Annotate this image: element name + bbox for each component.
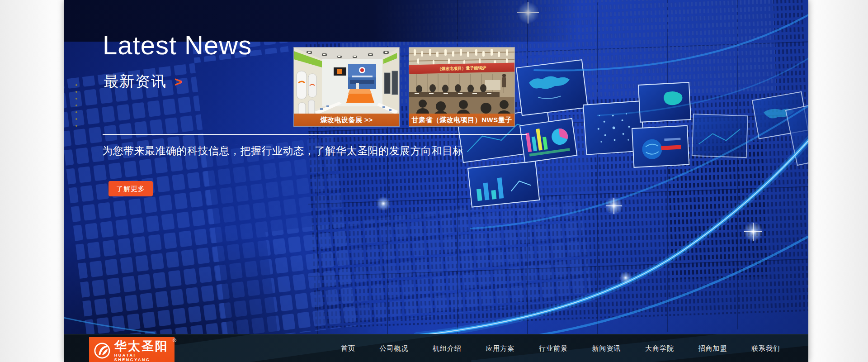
footer-nav-bar: 华太圣阳 ® HUATAI SHENGYANG 首页 公司概况 机组介绍 应用方…: [64, 334, 808, 362]
news-card-conference[interactable]: （煤改电项目）量子能锅炉 甘肃省（煤改电项目）NWS量子: [409, 47, 515, 127]
nav-item-contact-us[interactable]: 联系我们: [751, 344, 780, 353]
news-card-exhibition[interactable]: 煤改电设备展 >>: [293, 47, 400, 127]
nav-item-company-profile[interactable]: 公司概况: [380, 344, 409, 353]
hero-description: 为您带来最准确的科技信息，把握行业动态，了解华太圣阳的发展方向和目标: [102, 144, 554, 158]
logo-swirl-icon: [94, 342, 111, 360]
nav-item-home[interactable]: 首页: [341, 344, 355, 353]
main-navigation: 首页 公司概况 机组介绍 应用方案 行业前景 新闻资讯 大商学院 招商加盟 联系…: [341, 334, 780, 362]
news-card-caption[interactable]: 煤改电设备展 >>: [294, 114, 399, 126]
nav-item-industry-outlook[interactable]: 行业前景: [539, 344, 568, 353]
hero-title-zh: 最新资讯: [104, 73, 167, 90]
page-content: Latest News 最新资讯 > 为您带来最准确的科技信息，把握行业动态，了…: [64, 0, 808, 362]
learn-more-button[interactable]: 了解更多: [108, 181, 153, 196]
news-card-caption[interactable]: 甘肃省（煤改电项目）NWS量子: [409, 114, 514, 126]
nav-item-application-solutions[interactable]: 应用方案: [486, 344, 515, 353]
nav-item-business-academy[interactable]: 大商学院: [645, 344, 674, 353]
logo-text-zh: 华太圣阳: [114, 339, 171, 353]
logo-text-en: HUATAI SHENGYANG: [114, 353, 171, 362]
nav-item-news[interactable]: 新闻资讯: [592, 344, 621, 353]
nav-item-unit-introduction[interactable]: 机组介绍: [433, 344, 462, 353]
nav-item-join-us[interactable]: 招商加盟: [698, 344, 727, 353]
news-cards: 煤改电设备展 >>: [293, 47, 515, 127]
hero-banner: Latest News 最新资讯 > 为您带来最准确的科技信息，把握行业动态，了…: [64, 0, 808, 334]
company-logo[interactable]: 华太圣阳 ® HUATAI SHENGYANG: [89, 337, 175, 362]
divider-line: [103, 134, 527, 135]
mosaic-dots: [75, 84, 77, 132]
registered-mark-icon: ®: [173, 338, 176, 343]
chevron-right-icon[interactable]: >: [174, 74, 182, 89]
